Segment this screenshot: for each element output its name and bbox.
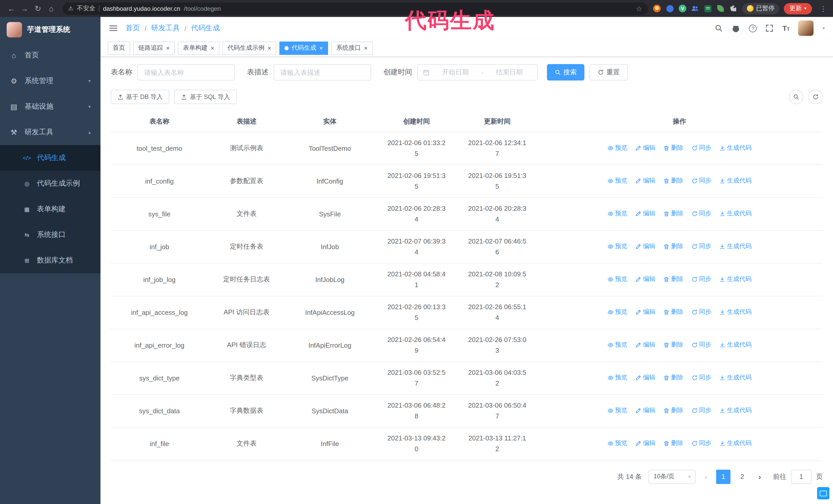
sidebar-item-system[interactable]: ⚙ 系统管理 ▾ [0, 68, 100, 94]
edit-link[interactable]: 编辑 [635, 210, 656, 218]
reload-icon[interactable]: ↻ [32, 2, 44, 15]
sync-link[interactable]: 同步 [691, 374, 711, 382]
tab-codegen-example[interactable]: 代码生成示例 × [222, 41, 276, 55]
tab-home[interactable]: 首页 [108, 41, 130, 55]
delete-link[interactable]: 删除 [663, 275, 683, 284]
delete-link[interactable]: 删除 [663, 308, 683, 317]
edit-link[interactable]: 编辑 [635, 341, 656, 350]
sidebar-item-infra[interactable]: ▤ 基础设施 ▾ [0, 94, 100, 119]
github-icon[interactable] [732, 24, 740, 32]
close-icon[interactable]: × [364, 45, 367, 51]
preview-link[interactable]: 预览 [608, 242, 627, 251]
sync-link[interactable]: 同步 [691, 210, 711, 218]
vue-devtools-icon[interactable]: V [679, 5, 686, 12]
preview-link[interactable]: 预览 [608, 308, 627, 317]
generate-code-link[interactable]: 生成代码 [719, 308, 752, 317]
delete-link[interactable]: 删除 [663, 341, 683, 350]
goto-page-input[interactable] [791, 470, 811, 484]
font-size-icon[interactable]: TT [783, 24, 790, 32]
tab-codegen[interactable]: 代码生成 × [279, 41, 328, 55]
sync-link[interactable]: 同步 [691, 144, 711, 152]
user-avatar[interactable] [799, 21, 814, 36]
edit-link[interactable]: 编辑 [635, 177, 656, 185]
preview-link[interactable]: 预览 [608, 341, 627, 350]
fullscreen-icon[interactable] [766, 24, 774, 32]
sync-link[interactable]: 同步 [691, 308, 711, 317]
back-icon[interactable]: ← [5, 2, 18, 15]
table-desc-input[interactable] [274, 64, 371, 80]
tab-form-builder[interactable]: 表单构建 × [178, 41, 219, 55]
preview-link[interactable]: 预览 [608, 210, 627, 218]
next-page-button[interactable]: › [754, 473, 765, 480]
generate-code-link[interactable]: 生成代码 [719, 210, 752, 218]
edit-link[interactable]: 编辑 [635, 242, 656, 251]
tab-tracing[interactable]: 链路追踪 × [133, 41, 175, 55]
page-button-1[interactable]: 1 [716, 470, 731, 484]
edit-link[interactable]: 编辑 [635, 308, 656, 317]
edit-link[interactable]: 编辑 [635, 374, 656, 382]
preview-link[interactable]: 预览 [608, 144, 627, 152]
generate-code-link[interactable]: 生成代码 [719, 439, 752, 448]
floating-widget[interactable] [817, 487, 829, 499]
update-button[interactable]: 更新 ▾ [784, 3, 812, 14]
help-icon[interactable]: ? [749, 24, 757, 32]
sidebar-item-devtools[interactable]: ⚒ 研发工具 ▴ [0, 119, 100, 145]
extension-icon[interactable] [666, 4, 674, 13]
bookmark-star-icon[interactable]: ☆ [636, 4, 642, 13]
close-icon[interactable]: × [211, 45, 214, 51]
generate-code-link[interactable]: 生成代码 [719, 242, 752, 251]
generate-code-link[interactable]: 生成代码 [719, 341, 752, 350]
delete-link[interactable]: 删除 [663, 242, 683, 251]
delete-link[interactable]: 删除 [663, 374, 683, 382]
people-extension-icon[interactable] [691, 4, 699, 13]
sidebar-subitem-codegen[interactable]: </> 代码生成 [0, 145, 100, 171]
table-name-input[interactable] [137, 64, 235, 80]
breadcrumb-devtools[interactable]: 研发工具 [151, 24, 180, 33]
delete-link[interactable]: 删除 [663, 144, 683, 152]
sync-link[interactable]: 同步 [691, 439, 711, 448]
browser-menu-icon[interactable]: ⋮ [820, 4, 827, 13]
chevron-down-icon[interactable]: ▾ [823, 26, 825, 31]
breadcrumb-home[interactable]: 首页 [125, 24, 140, 33]
puzzle-icon[interactable] [730, 4, 738, 13]
edit-link[interactable]: 编辑 [635, 144, 656, 152]
sidebar-item-home[interactable]: ⌂ 首页 [0, 43, 100, 68]
refresh-table-button[interactable] [808, 90, 823, 104]
preview-link[interactable]: 预览 [608, 406, 627, 415]
preview-link[interactable]: 预览 [608, 439, 627, 448]
leaf-extension-icon[interactable] [717, 4, 725, 13]
close-icon[interactable]: × [268, 45, 271, 51]
delete-link[interactable]: 删除 [663, 439, 683, 448]
preview-link[interactable]: 预览 [608, 374, 627, 382]
reset-button[interactable]: 重置 [590, 64, 628, 80]
search-button[interactable]: 搜索 [547, 64, 585, 80]
delete-link[interactable]: 删除 [663, 177, 683, 185]
hamburger-icon[interactable] [109, 24, 118, 33]
sync-link[interactable]: 同步 [691, 177, 711, 185]
preview-link[interactable]: 预览 [608, 177, 627, 185]
paused-badge[interactable]: 已暂停 [742, 3, 779, 14]
prev-page-button[interactable]: ‹ [700, 473, 712, 480]
sidebar-logo[interactable]: 芋道管理系统 [0, 17, 100, 43]
generate-code-link[interactable]: 生成代码 [719, 144, 752, 152]
import-db-button[interactable]: 基于 DB 导入 [111, 90, 169, 104]
delete-link[interactable]: 删除 [663, 210, 683, 218]
edit-link[interactable]: 编辑 [635, 439, 656, 448]
close-icon[interactable]: × [319, 45, 323, 51]
sidebar-subitem-codegen-example[interactable]: ◎ 代码生成示例 [0, 171, 100, 196]
import-sql-button[interactable]: 基于 SQL 导入 [174, 90, 237, 104]
address-bar[interactable]: ⚠ 不安全 dashboard.yudao.iocoder.cn /tool/c… [63, 2, 648, 15]
sync-link[interactable]: 同步 [691, 275, 711, 284]
preview-link[interactable]: 预览 [608, 275, 627, 284]
generate-code-link[interactable]: 生成代码 [719, 374, 752, 382]
sidebar-subitem-form-builder[interactable]: ▦ 表单构建 [0, 196, 100, 222]
page-size-select[interactable]: 10条/页 ▾ [648, 470, 696, 484]
edit-link[interactable]: 编辑 [635, 406, 656, 415]
extension-icon[interactable] [653, 4, 661, 13]
sync-link[interactable]: 同步 [691, 406, 711, 415]
page-button-2[interactable]: 2 [735, 470, 749, 484]
tab-api[interactable]: 系统接口 × [331, 41, 373, 55]
sheet-extension-icon[interactable] [704, 4, 712, 13]
generate-code-link[interactable]: 生成代码 [719, 275, 752, 284]
sidebar-subitem-db-doc[interactable]: ⊞ 数据库文档 [0, 248, 100, 273]
